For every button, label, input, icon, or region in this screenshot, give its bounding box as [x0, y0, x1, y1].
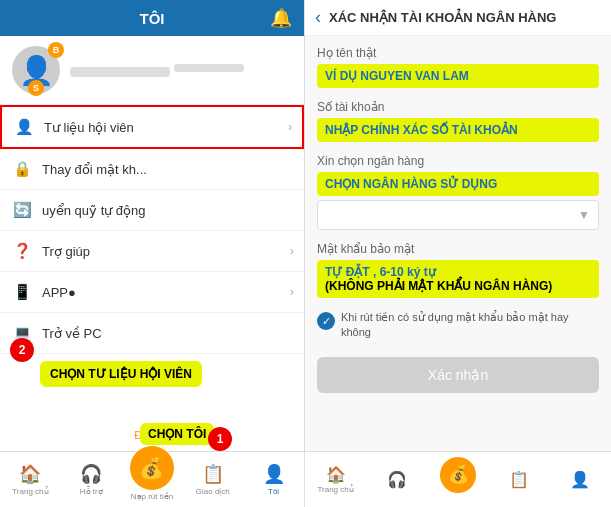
- nav-label-nap-rut: Nạp rút tiền: [131, 492, 173, 501]
- nav-trang-chu[interactable]: 🏠 Trang chủ: [0, 452, 61, 507]
- callout-ho-ten-value: NGUYEN VAN LAM: [360, 69, 468, 83]
- nav-ho-tro[interactable]: 🎧 Hỗ trợ: [61, 452, 122, 507]
- r-nav-giao-dich[interactable]: 📋: [489, 452, 550, 507]
- profile-section: 👤 B S: [0, 36, 304, 105]
- label-mat-khau: Mật khẩu bảo mật: [317, 242, 599, 256]
- callout-so-tk-value: CHÍNH XÁC SỐ TÀI KHOẢN: [361, 123, 517, 137]
- callout-ho-ten-prefix: VÍ DỤ: [325, 69, 357, 83]
- right-header-title: XÁC NHẬN TÀI KHOẢN NGÂN HÀNG: [329, 10, 556, 25]
- ngan-hang-select[interactable]: ▼: [317, 200, 599, 230]
- step-2-circle: 2: [10, 338, 34, 362]
- transfer-icon: 🔄: [12, 201, 32, 219]
- nap-rut-circle: 💰: [130, 446, 174, 490]
- callout-toi: CHỌN TÔI: [140, 423, 214, 445]
- right-bottom-nav: 🏠 Trang chủ 🎧 💰 📋 👤: [305, 451, 611, 507]
- r-nav-toi[interactable]: 👤: [550, 452, 611, 507]
- bell-icon[interactable]: 🔔: [270, 7, 292, 29]
- help-icon: ❓: [12, 242, 32, 260]
- callout-tu-lieu: CHỌN TƯ LIỆU HỘI VIÊN: [40, 361, 202, 387]
- r-nap-rut-icon: 💰: [448, 464, 469, 485]
- label-ho-ten: Họ tên thật: [317, 46, 599, 60]
- nav-label-trang-chu: Trang chủ: [12, 487, 48, 496]
- step-1-circle: 1: [208, 427, 232, 451]
- confirm-button[interactable]: Xác nhận: [317, 357, 599, 393]
- app-icon: 📱: [12, 283, 32, 301]
- form-group-ho-ten: Họ tên thật VÍ DỤ NGUYEN VAN LAM: [317, 46, 599, 88]
- nav-label-ho-tro: Hỗ trợ: [80, 487, 103, 496]
- r-support-icon: 🎧: [387, 470, 407, 489]
- form-group-ngan-hang: Xin chọn ngân hàng CHỌN NGÂN HÀNG SỬ DỤN…: [317, 154, 599, 230]
- callout-mat-khau-line1: TỰ ĐẶT , 6-10 ký tự: [325, 265, 436, 279]
- badge-b: B: [48, 42, 64, 58]
- r-toi-icon: 👤: [570, 470, 590, 489]
- arrow-icon-3: ›: [290, 285, 294, 299]
- left-panel: TÔI 🔔 👤 B S 👤 Tư liệu hội viên › 🔒 Thay …: [0, 0, 305, 507]
- badge-s: S: [28, 80, 44, 96]
- right-content: Họ tên thật VÍ DỤ NGUYEN VAN LAM Số tài …: [305, 36, 611, 451]
- home-icon: 🏠: [19, 463, 41, 485]
- select-arrow-icon: ▼: [578, 208, 590, 222]
- menu-label-doi-mat-khau: Thay đổi mật kh...: [42, 162, 147, 177]
- menu-label-chuyen-quy: uyển quỹ tự động: [42, 203, 146, 218]
- callout-mat-khau: TỰ ĐẶT , 6-10 ký tự (KHÔNG PHẢI MẬT KHẨU…: [317, 260, 599, 298]
- r-nav-ho-tro[interactable]: 🎧: [366, 452, 427, 507]
- arrow-icon-2: ›: [290, 244, 294, 258]
- nav-label-giao-dich: Giao dịch: [196, 487, 230, 496]
- right-panel: ‹ XÁC NHẬN TÀI KHOẢN NGÂN HÀNG Họ tên th…: [305, 0, 611, 507]
- arrow-icon: ›: [288, 120, 292, 134]
- menu-item-tro-ve-pc[interactable]: 💻 Trở về PC: [0, 313, 304, 354]
- form-group-so-tk: Số tài khoản NHẬP CHÍNH XÁC SỐ TÀI KHOẢN: [317, 100, 599, 142]
- callout-ngan-hang-prefix: CHỌN: [325, 177, 360, 191]
- profile-info: [70, 59, 244, 82]
- form-group-mat-khau: Mật khẩu bảo mật TỰ ĐẶT , 6-10 ký tự (KH…: [317, 242, 599, 298]
- r-nav-trang-chu[interactable]: 🏠 Trang chủ: [305, 452, 366, 507]
- lock-icon: 🔒: [12, 160, 32, 178]
- support-icon: 🎧: [80, 463, 102, 485]
- label-ngan-hang: Xin chọn ngân hàng: [317, 154, 599, 168]
- checkbox-icon[interactable]: ✓: [317, 312, 335, 330]
- r-home-icon: 🏠: [326, 465, 346, 484]
- menu-label-tro-ve-pc: Trở về PC: [42, 326, 102, 341]
- profile-sub: [174, 64, 244, 72]
- menu-item-app[interactable]: 📱 APP● ›: [0, 272, 304, 313]
- back-button[interactable]: ‹: [315, 7, 321, 28]
- menu-item-tu-lieu[interactable]: 👤 Tư liệu hội viên ›: [0, 105, 304, 149]
- menu-label-tu-lieu: Tư liệu hội viên: [44, 120, 134, 135]
- menu-item-tro-giup[interactable]: ❓ Trợ giúp ›: [0, 231, 304, 272]
- left-header: TÔI 🔔: [0, 0, 304, 36]
- profile-name: [70, 67, 170, 77]
- label-so-tk: Số tài khoản: [317, 100, 599, 114]
- menu-item-doi-mat-khau[interactable]: 🔒 Thay đổi mật kh...: [0, 149, 304, 190]
- callout-so-tk-prefix: NHẬP: [325, 123, 358, 137]
- callout-mat-khau-line2: (KHÔNG PHẢI MẬT KHẨU NGÂN HÀNG): [325, 279, 552, 293]
- left-bottom-nav: 🏠 Trang chủ 🎧 Hỗ trợ 💰 Nạp rút tiền 📋 Gi…: [0, 451, 304, 507]
- toi-icon: 👤: [263, 463, 285, 485]
- menu-label-tro-giup: Trợ giúp: [42, 244, 90, 259]
- nap-rut-icon: 💰: [139, 456, 164, 480]
- callout-ngan-hang: CHỌN NGÂN HÀNG SỬ DỤNG: [317, 172, 599, 196]
- checkbox-row: ✓ Khi rút tiền có sử dụng mật khẩu bảo m…: [317, 310, 599, 341]
- r-nav-label-1: Trang chủ: [317, 485, 353, 494]
- nav-nap-rut[interactable]: 💰 Nạp rút tiền: [122, 452, 183, 507]
- nav-label-toi: Tôi: [268, 487, 279, 496]
- nav-toi[interactable]: 👤 Tôi: [243, 452, 304, 507]
- checkbox-text: Khi rút tiền có sử dụng mật khẩu bảo mật…: [341, 310, 599, 341]
- callout-ho-ten: VÍ DỤ NGUYEN VAN LAM: [317, 64, 599, 88]
- right-header: ‹ XÁC NHẬN TÀI KHOẢN NGÂN HÀNG: [305, 0, 611, 36]
- giao-dich-icon: 📋: [202, 463, 224, 485]
- avatar: 👤 B S: [12, 46, 60, 94]
- menu-label-app: APP●: [42, 285, 76, 300]
- nav-giao-dich[interactable]: 📋 Giao dịch: [182, 452, 243, 507]
- menu-item-chuyen-quy[interactable]: 🔄 uyển quỹ tự động: [0, 190, 304, 231]
- r-nap-rut-circle: 💰: [440, 457, 476, 493]
- callout-ngan-hang-value: NGÂN HÀNG SỬ DỤNG: [363, 177, 497, 191]
- user-icon: 👤: [14, 118, 34, 136]
- r-giao-dich-icon: 📋: [509, 470, 529, 489]
- r-nav-nap-rut[interactable]: 💰: [427, 452, 488, 507]
- callout-so-tk: NHẬP CHÍNH XÁC SỐ TÀI KHOẢN: [317, 118, 599, 142]
- left-title: TÔI: [140, 10, 165, 27]
